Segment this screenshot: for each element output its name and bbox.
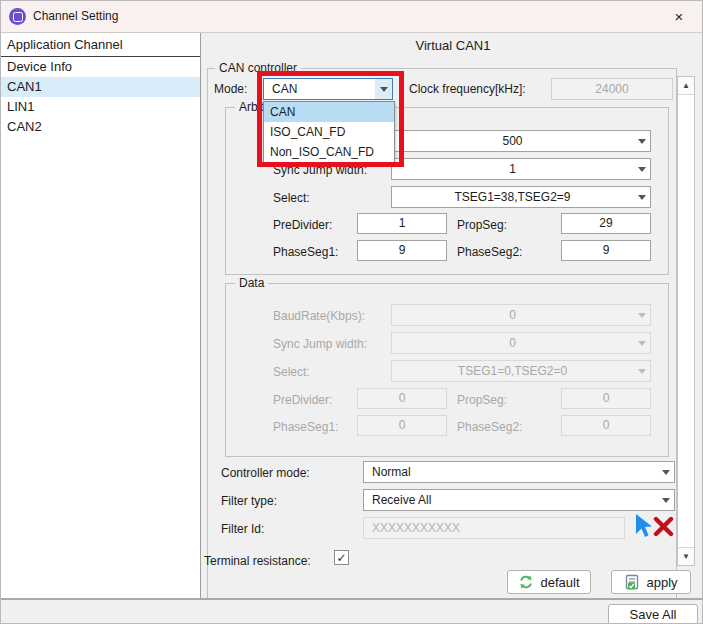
data-select-combobox: TSEG1=0,TSEG2=0: [391, 360, 651, 382]
default-button[interactable]: default: [507, 570, 591, 594]
data-sync-label: Sync Jump width:: [273, 337, 367, 351]
data-group-title: Data: [235, 276, 268, 290]
mode-option-can[interactable]: CAN: [264, 102, 394, 122]
save-all-button[interactable]: Save All: [608, 604, 698, 624]
sidebar-item-device-info[interactable]: Device Info: [1, 57, 200, 77]
chevron-down-icon[interactable]: [657, 490, 674, 510]
data-predivider-input: 0: [357, 388, 447, 409]
sidebar-item-lin1[interactable]: LIN1: [1, 97, 200, 117]
app-icon: [9, 8, 26, 25]
clock-frequency-value: 24000: [552, 82, 672, 96]
panel-title: Virtual CAN1: [202, 38, 703, 53]
controller-mode-label: Controller mode:: [221, 466, 310, 480]
apply-form-icon: [624, 574, 640, 590]
clock-frequency-label: Clock frequency[kHz]:: [409, 82, 526, 96]
data-baudrate-label: BaudRate(Kbps):: [273, 309, 365, 323]
data-propseg-input: 0: [561, 388, 651, 409]
arb-baudrate-value: 500: [392, 134, 633, 148]
filter-type-value: Receive All: [364, 493, 657, 507]
data-phaseseg1-label: PhaseSeg1:: [273, 420, 338, 434]
data-baudrate-value: 0: [392, 308, 633, 322]
mode-option-iso-can-fd[interactable]: ISO_CAN_FD: [264, 122, 394, 142]
chevron-down-icon: [633, 333, 650, 353]
window-title: Channel Setting: [33, 9, 118, 23]
data-select-value: TSEG1=0,TSEG2=0: [392, 364, 633, 378]
data-select-label: Select:: [273, 365, 310, 379]
title-bar: Channel Setting ×: [1, 1, 702, 32]
scroll-down-icon[interactable]: ▼: [678, 547, 694, 565]
arb-propseg-label: PropSeg:: [457, 218, 507, 232]
arb-phaseseg1-input[interactable]: 9: [357, 240, 447, 261]
check-icon: ✓: [336, 551, 346, 565]
data-baudrate-combobox: 0: [391, 304, 651, 326]
data-sync-value: 0: [392, 336, 633, 350]
chevron-down-icon[interactable]: [375, 79, 392, 99]
arb-baudrate-combobox[interactable]: 500: [391, 130, 651, 152]
mode-option-non-iso-can-fd[interactable]: Non_ISO_CAN_FD: [264, 142, 394, 162]
data-sync-combobox: 0: [391, 332, 651, 354]
clock-frequency-field: 24000: [551, 78, 673, 100]
data-phaseseg2-label: PhaseSeg2:: [457, 420, 522, 434]
channel-sidebar: Application Channel Device Info CAN1 LIN…: [1, 33, 201, 598]
arb-predivider-input[interactable]: 1: [357, 213, 447, 234]
sidebar-item-can1[interactable]: CAN1: [1, 77, 200, 97]
mode-value: CAN: [264, 82, 375, 96]
arb-select-value: TSEG1=38,TSEG2=9: [392, 190, 633, 204]
arb-select-label: Select:: [273, 191, 310, 205]
filter-type-combobox[interactable]: Receive All: [363, 489, 675, 511]
default-button-label: default: [540, 575, 579, 590]
filter-id-input[interactable]: [363, 517, 625, 539]
scroll-up-icon[interactable]: ▲: [678, 77, 694, 95]
apply-button-label: apply: [646, 575, 677, 590]
arb-propseg-input[interactable]: 29: [561, 213, 651, 234]
data-predivider-label: PreDivider:: [273, 393, 332, 407]
mode-combobox[interactable]: CAN: [263, 78, 393, 100]
refresh-icon: [518, 574, 534, 590]
arb-select-combobox[interactable]: TSEG1=38,TSEG2=9: [391, 186, 651, 208]
close-icon[interactable]: ×: [656, 1, 702, 32]
mode-dropdown-list: CAN ISO_CAN_FD Non_ISO_CAN_FD: [263, 101, 395, 163]
sidebar-header: Application Channel: [1, 33, 200, 57]
can-controller-group-title: CAN controller: [215, 61, 301, 75]
vertical-scrollbar[interactable]: ▲ ▼: [677, 76, 695, 566]
app-icon-glyph: [13, 12, 23, 22]
chevron-down-icon[interactable]: [633, 187, 650, 207]
filter-type-label: Filter type:: [221, 494, 277, 508]
arb-sync-value: 1: [392, 162, 633, 176]
chevron-down-icon[interactable]: [633, 159, 650, 179]
controller-mode-combobox[interactable]: Normal: [363, 461, 675, 483]
chevron-down-icon[interactable]: [633, 131, 650, 151]
footer-divider: [1, 598, 702, 600]
arb-phaseseg1-label: PhaseSeg1:: [273, 245, 338, 259]
chevron-down-icon: [633, 305, 650, 325]
cursor-pointer-icon[interactable]: [631, 513, 653, 539]
channel-setting-dialog: Channel Setting × Application Channel De…: [0, 0, 703, 624]
terminal-resistance-label: Terminal resistance:: [204, 554, 311, 568]
arb-sync-combobox[interactable]: 1: [391, 158, 651, 180]
sidebar-item-can2[interactable]: CAN2: [1, 117, 200, 137]
terminal-resistance-checkbox[interactable]: ✓: [334, 550, 349, 565]
chevron-down-icon: [633, 361, 650, 381]
apply-button[interactable]: apply: [611, 570, 691, 594]
data-propseg-label: PropSeg:: [457, 393, 507, 407]
mode-label: Mode:: [214, 82, 247, 96]
controller-mode-value: Normal: [364, 465, 657, 479]
filter-id-label: Filter Id:: [221, 522, 264, 536]
data-phaseseg2-input: 0: [561, 415, 651, 436]
arb-phaseseg2-input[interactable]: 9: [561, 240, 651, 261]
delete-x-icon[interactable]: [653, 516, 674, 537]
arb-predivider-label: PreDivider:: [273, 218, 332, 232]
arb-sync-label: Sync Jump width:: [273, 163, 367, 177]
save-all-button-label: Save All: [630, 607, 677, 622]
chevron-down-icon[interactable]: [657, 462, 674, 482]
arb-phaseseg2-label: PhaseSeg2:: [457, 245, 522, 259]
data-phaseseg1-input: 0: [357, 415, 447, 436]
